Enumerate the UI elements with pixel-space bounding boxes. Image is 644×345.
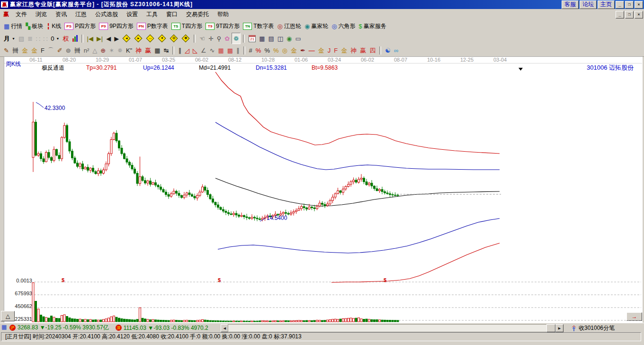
menu-item-3[interactable]: 资讯 xyxy=(51,9,71,20)
pen-tool-button[interactable]: ✎ xyxy=(2,45,10,56)
gold-percent-button[interactable]: % xyxy=(272,45,280,56)
fit-width-button[interactable]: ↔ xyxy=(144,33,156,44)
flower-tool-button[interactable]: ✿ xyxy=(223,33,231,44)
brush-tool-button[interactable]: ✐ xyxy=(56,45,64,56)
9t-square-button[interactable]: T99T四方形 xyxy=(204,21,241,31)
scroll-right-button[interactable]: ▶ xyxy=(555,324,564,332)
calculator-button[interactable]: ▦ xyxy=(258,33,266,44)
titlebar-link-3[interactable]: 主页 xyxy=(598,0,615,9)
last-page-button[interactable]: ▶| xyxy=(95,33,104,44)
web-tool-button[interactable]: ✵ xyxy=(116,45,124,56)
t-number-button[interactable]: TNT数字表 xyxy=(242,21,275,31)
cycle-circle-button[interactable]: ⊚ xyxy=(64,45,72,56)
ratio-scale-button[interactable]: # xyxy=(248,45,254,56)
p-square-button[interactable]: PSP四方形 xyxy=(63,21,97,31)
expand-volume-button[interactable]: △ xyxy=(1,311,15,321)
gann-target-button[interactable]: ⊕ xyxy=(99,45,107,56)
percent-retrace-button[interactable]: % xyxy=(254,45,263,56)
angle-ruler-button[interactable]: △ xyxy=(91,45,98,56)
gold-section-button[interactable]: 金 xyxy=(289,45,298,56)
scale-dropdown[interactable]: 0▼ xyxy=(49,33,61,44)
period-month-dropdown-caret[interactable]: ▼ xyxy=(12,37,15,40)
tick-feed-status[interactable]: 收301006分笔 xyxy=(571,324,615,332)
ink-brush-button[interactable]: ✒ xyxy=(299,45,307,56)
info-f10-button[interactable]: ≣ xyxy=(26,33,34,44)
export-web-button[interactable]: ◉ xyxy=(285,33,293,44)
ying-tool-button[interactable]: 赢 xyxy=(143,45,152,56)
price-grid-button[interactable]: ▦ xyxy=(153,45,161,56)
red-channel-button[interactable]: ― xyxy=(307,45,316,56)
red-grid2-button[interactable]: ▩ xyxy=(226,45,234,56)
grow-x-button[interactable]: ▸ xyxy=(133,33,144,44)
infinity-button[interactable]: ∞ xyxy=(393,45,400,56)
indicator-bars-button[interactable] xyxy=(71,33,79,44)
window-close-button[interactable]: ✕ xyxy=(635,1,643,9)
p-number-button[interactable]: PNP数字表 xyxy=(135,21,170,31)
angle-line-button[interactable]: ∠ xyxy=(199,45,208,56)
parallel-lines-button[interactable]: ∥ xyxy=(235,45,241,56)
spiral-button[interactable]: ⌒ xyxy=(46,45,55,56)
red-grid-button[interactable]: ▦ xyxy=(217,45,225,56)
child-window-close-button[interactable]: ✕ xyxy=(635,11,643,18)
exrights-button[interactable]: 权 xyxy=(62,33,71,44)
menu-item-2[interactable]: 浏览 xyxy=(31,9,51,20)
menu-item-10[interactable]: 帮助 xyxy=(213,9,233,20)
f-angle-button[interactable]: F xyxy=(332,45,339,56)
time-grid-button[interactable]: 卌 xyxy=(73,45,82,56)
star-tool-button[interactable]: ✶ xyxy=(107,45,116,56)
drag-hand-button[interactable]: ☜ xyxy=(198,33,206,44)
quotes-button[interactable]: ▦行情 xyxy=(2,21,24,31)
gold-angle-button[interactable]: 金 xyxy=(340,45,349,56)
zoom-tool-button[interactable]: ⚲ xyxy=(215,33,223,44)
child-window-minimize-button[interactable]: _ xyxy=(616,11,624,18)
small-kline2-button[interactable]: ⸬ xyxy=(42,33,49,44)
menu-item-5[interactable]: 公式选股 xyxy=(91,9,122,20)
first-page-button[interactable]: |◀ xyxy=(86,33,95,44)
j-angle-button[interactable]: J xyxy=(326,45,332,56)
n-square-button[interactable]: n² xyxy=(82,45,91,56)
gann-wheel-button[interactable]: ◎江恩轮 xyxy=(276,21,303,31)
window-minimize-button[interactable]: _ xyxy=(616,1,624,9)
expand-right-button[interactable]: → xyxy=(626,312,642,321)
menu-item-1[interactable]: 文件 xyxy=(11,9,31,20)
gann-grid-button[interactable]: 卌 xyxy=(11,45,20,56)
gold-grid-button[interactable]: 金 xyxy=(20,45,29,56)
memo-button[interactable]: ▤ xyxy=(267,33,275,44)
grid-view-icon[interactable]: ▦ xyxy=(1,324,7,330)
menu-item-8[interactable]: 窗口 xyxy=(162,9,182,20)
scroll-track[interactable] xyxy=(228,324,556,332)
fan-shape-button[interactable]: ◺ xyxy=(191,45,199,56)
menu-item-6[interactable]: 设置 xyxy=(122,9,142,20)
titlebar-link-2[interactable]: 论坛 xyxy=(580,0,597,9)
hexagon-button[interactable]: ◎六角形 xyxy=(330,21,357,31)
period-month-dropdown[interactable]: 月▼ xyxy=(2,33,17,44)
f-grid-button[interactable]: F xyxy=(39,45,46,56)
menu-item-4[interactable]: 江恩 xyxy=(71,9,91,20)
taiji-button[interactable]: ☯ xyxy=(384,45,392,56)
sectors-button[interactable]: ▚板块 xyxy=(24,21,45,31)
grow-y-button[interactable]: ✣ xyxy=(168,33,179,44)
winner-wheel-button[interactable]: ◉赢家轮 xyxy=(303,21,330,31)
shen-tool-button[interactable]: 神 xyxy=(134,45,143,56)
restore-zoom-button[interactable]: ❖ xyxy=(180,33,191,44)
fan-lines-button[interactable]: ◿ xyxy=(183,45,191,56)
scroll-thumb[interactable] xyxy=(546,324,555,332)
menu-item-7[interactable]: 工具 xyxy=(142,9,162,20)
save-button[interactable]: ◫ xyxy=(276,33,285,44)
window-restore-button[interactable]: ❐ xyxy=(625,1,634,9)
shrink-x-button[interactable]: ◂ xyxy=(121,33,132,44)
vol-profile-button[interactable]: ∥ xyxy=(177,45,183,56)
ying-angle-button[interactable]: 赢 xyxy=(358,45,367,56)
crosshair-button[interactable]: ✛ xyxy=(207,33,215,44)
shrink-y-button[interactable]: ✦ xyxy=(156,33,168,44)
kline-button[interactable]: ╏K线 xyxy=(45,21,63,31)
scale-dropdown-caret[interactable]: ▼ xyxy=(56,37,60,40)
gold-circle-button[interactable]: ◎ xyxy=(281,45,289,56)
shen-angle-button[interactable]: 神 xyxy=(349,45,358,56)
t-square-button[interactable]: TST四方形 xyxy=(170,21,204,31)
percent-button[interactable]: % xyxy=(263,45,271,56)
print-button[interactable]: ▭ xyxy=(294,33,302,44)
next-page-button[interactable]: ▶ xyxy=(113,33,120,44)
small-kline-button[interactable]: ⸬ xyxy=(35,33,42,44)
zigzag-button[interactable]: ∿ xyxy=(208,45,216,56)
